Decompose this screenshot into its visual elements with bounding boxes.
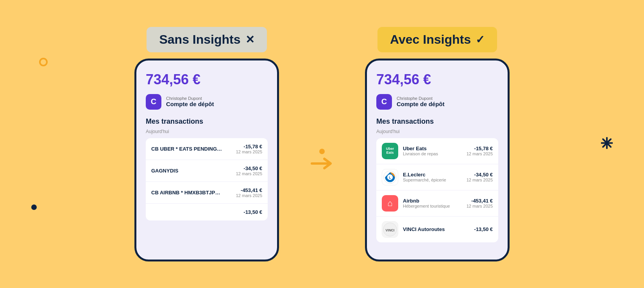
sans-tx-item-4: -13,50 € bbox=[146, 204, 268, 220]
avec-tx-date-1: 12 mars 2025 bbox=[467, 151, 493, 156]
sans-account-owner: Christophe Dupont bbox=[166, 96, 214, 101]
arrow-section bbox=[310, 149, 334, 171]
uber-text: UberEats bbox=[386, 147, 394, 155]
avec-tx-item-3: ⌂ Airbnb Hébergement touristique -453,41… bbox=[376, 190, 498, 217]
sans-tx-item-2: GAGNYDIS -34,50 € 12 mars 2025 bbox=[146, 160, 268, 182]
avec-tx-desc-2: Supermarché, épicerie bbox=[403, 178, 462, 182]
avec-tx-item-4: VINCI VINCI Autoroutes -13,50 € bbox=[376, 217, 498, 242]
sans-tx-item-1: CB UBER * EATS PENDING… -15,78 € 12 mars… bbox=[146, 138, 268, 160]
sans-balance: 734,56 € bbox=[146, 71, 268, 88]
sans-tx-date-3: 12 mars 2025 bbox=[236, 193, 262, 198]
sans-account-row: C Christophe Dupont Compte de dépôt bbox=[146, 94, 268, 110]
sans-phone: 734,56 € C Christophe Dupont Compte de d… bbox=[134, 59, 279, 261]
sans-tx-amount-col-2: -34,50 € 12 mars 2025 bbox=[236, 165, 262, 176]
avec-balance: 734,56 € bbox=[376, 71, 498, 88]
sans-tx-name-1: CB UBER * EATS PENDING… bbox=[151, 146, 236, 152]
sans-tx-amount-col-1: -15,78 € 12 mars 2025 bbox=[236, 144, 262, 154]
sans-section-title: Mes transactions bbox=[146, 117, 268, 126]
avec-badge-icon: ✓ bbox=[476, 33, 485, 46]
avec-tx-item-1: UberEats Uber Eats Livraison de repas -1… bbox=[376, 138, 498, 164]
avec-tx-name-4: VINCI Autoroutes bbox=[403, 226, 469, 232]
sans-badge-label: Sans Insights bbox=[159, 32, 240, 47]
avec-section-title: Mes transactions bbox=[376, 117, 498, 126]
avec-tx-name-2: E.Leclerc bbox=[403, 172, 462, 178]
avec-tx-amounts-4: -13,50 € bbox=[474, 226, 493, 232]
avec-tx-name-3: Airbnb bbox=[403, 198, 462, 204]
sans-account-info: Christophe Dupont Compte de dépôt bbox=[166, 96, 214, 107]
avec-tx-info-1: Uber Eats Livraison de repas bbox=[403, 146, 462, 156]
avec-account-icon: C bbox=[376, 94, 392, 110]
sans-tx-date-2: 12 mars 2025 bbox=[236, 171, 262, 176]
sans-date-label: Aujourd'hui bbox=[146, 129, 268, 134]
uber-eats-logo: UberEats bbox=[382, 143, 398, 159]
sans-tx-name-2: GAGNYDIS bbox=[151, 168, 236, 174]
avec-date-label: Aujourd'hui bbox=[376, 129, 498, 134]
avec-tx-amounts-3: -453,41 € 12 mars 2025 bbox=[467, 198, 493, 208]
sans-tx-date-1: 12 mars 2025 bbox=[236, 149, 262, 154]
decorative-dot bbox=[31, 204, 37, 210]
arrow-svg bbox=[310, 156, 334, 171]
avec-account-type: Compte de dépôt bbox=[397, 101, 445, 107]
vinci-svg: VINCI bbox=[383, 222, 397, 237]
avec-tx-amount-1: -15,78 € bbox=[467, 146, 493, 151]
sans-tx-amount-3: -453,41 € bbox=[236, 187, 262, 193]
avec-tx-info-3: Airbnb Hébergement touristique bbox=[403, 198, 462, 208]
airbnb-icon: ⌂ bbox=[387, 198, 392, 208]
avec-account-row: C Christophe Dupont Compte de dépôt bbox=[376, 94, 498, 110]
sans-badge-icon: ✕ bbox=[245, 33, 254, 46]
decorative-cross bbox=[601, 137, 613, 151]
avec-tx-info-2: E.Leclerc Supermarché, épicerie bbox=[403, 172, 462, 182]
leclerc-logo: L bbox=[382, 169, 398, 185]
arrow-dot bbox=[319, 149, 325, 154]
avec-tx-date-2: 12 mars 2025 bbox=[467, 178, 493, 182]
avec-tx-amount-3: -453,41 € bbox=[467, 198, 493, 204]
decorative-circle bbox=[39, 58, 48, 66]
avec-transactions-list: UberEats Uber Eats Livraison de repas -1… bbox=[376, 138, 498, 242]
leclerc-svg: L bbox=[383, 170, 397, 184]
sans-tx-amount-1: -15,78 € bbox=[236, 144, 262, 149]
avec-account-owner: Christophe Dupont bbox=[397, 96, 445, 101]
avec-badge-label: Avec Insights bbox=[390, 32, 471, 47]
svg-text:L: L bbox=[389, 175, 391, 179]
sans-tx-item-3: CB AIRBNB * HMXB3BTJP… -453,41 € 12 mars… bbox=[146, 182, 268, 204]
avec-tx-amounts-2: -34,50 € 12 mars 2025 bbox=[467, 172, 493, 182]
sans-tx-amount-col-3: -453,41 € 12 mars 2025 bbox=[236, 187, 262, 198]
avec-tx-info-4: VINCI Autoroutes bbox=[403, 226, 469, 232]
avec-tx-date-3: 12 mars 2025 bbox=[467, 204, 493, 208]
sans-tx-name-3: CB AIRBNB * HMXB3BTJP… bbox=[151, 190, 236, 196]
avec-tx-item-2: L E.Leclerc Supermarché, épicerie -34,50… bbox=[376, 164, 498, 190]
sans-insights-panel: Sans Insights ✕ 734,56 € C Christophe Du… bbox=[134, 27, 279, 261]
sans-tx-amount-col-4: -13,50 € bbox=[243, 209, 262, 215]
avec-tx-amount-4: -13,50 € bbox=[474, 226, 493, 232]
avec-tx-name-1: Uber Eats bbox=[403, 146, 462, 151]
airbnb-logo: ⌂ bbox=[382, 195, 398, 212]
sans-tx-amount-2: -34,50 € bbox=[236, 165, 262, 171]
sans-tx-amount-4: -13,50 € bbox=[243, 209, 262, 215]
sans-transactions-list: CB UBER * EATS PENDING… -15,78 € 12 mars… bbox=[146, 138, 268, 220]
svg-text:VINCI: VINCI bbox=[386, 228, 395, 232]
avec-tx-desc-3: Hébergement touristique bbox=[403, 204, 462, 208]
main-container: Sans Insights ✕ 734,56 € C Christophe Du… bbox=[134, 27, 510, 261]
avec-tx-desc-1: Livraison de repas bbox=[403, 151, 462, 156]
avec-insights-panel: Avec Insights ✓ 734,56 € C Christophe Du… bbox=[365, 27, 510, 261]
sans-account-icon: C bbox=[146, 94, 161, 110]
avec-account-info: Christophe Dupont Compte de dépôt bbox=[397, 96, 445, 107]
avec-tx-amounts-1: -15,78 € 12 mars 2025 bbox=[467, 146, 493, 156]
vinci-logo: VINCI bbox=[382, 221, 398, 238]
sans-badge: Sans Insights ✕ bbox=[147, 27, 267, 52]
avec-tx-amount-2: -34,50 € bbox=[467, 172, 493, 178]
avec-badge: Avec Insights ✓ bbox=[377, 27, 497, 52]
avec-phone: 734,56 € C Christophe Dupont Compte de d… bbox=[365, 59, 510, 261]
sans-account-type: Compte de dépôt bbox=[166, 101, 214, 107]
